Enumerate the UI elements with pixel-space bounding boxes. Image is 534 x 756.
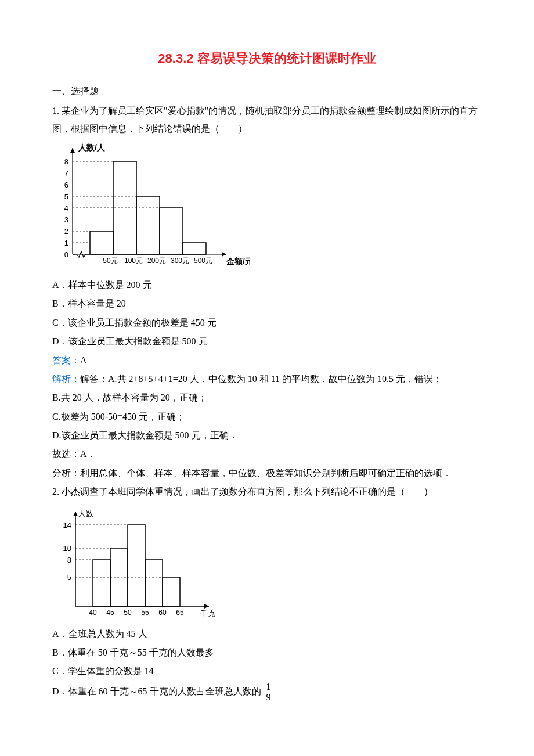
- svg-marker-3: [70, 148, 75, 153]
- q2-option-b: B．体重在 50 千克～55 千克的人数最多: [52, 644, 482, 661]
- analysis-text-1: 解答：A.共 2+8+5+4+1=20 人，中位数为 10 和 11 的平均数，…: [80, 374, 442, 384]
- xcat-1: 50元: [103, 257, 117, 265]
- section-heading: 一、选择题: [52, 82, 482, 100]
- svg-rect-25: [145, 560, 163, 606]
- q1-analysis-4: D.该企业员工最大捐款金额是 500 元，正确．: [52, 427, 482, 444]
- ytick-8: 8: [64, 157, 68, 166]
- q1-analysis-3: C.极差为 500-50=450 元，正确；: [52, 408, 482, 426]
- xcat-45: 45: [106, 609, 114, 617]
- y-axis-label: 人数/人: [78, 143, 106, 152]
- ytick-14: 14: [63, 521, 71, 530]
- fraction-denominator: 9: [265, 692, 273, 703]
- svg-rect-12: [160, 208, 183, 254]
- q2-stem: 2. 小杰调查了本班同学体重情况，画出了频数分布直方图，那么下列结论不正确的是（…: [52, 483, 482, 501]
- q2-option-d-text: D．体重在 60 千克～65 千克的人数占全班总人数的: [52, 686, 261, 696]
- q2-option-a: A．全班总人数为 45 人: [52, 625, 482, 643]
- y-axis-label-2: 人数: [78, 509, 93, 518]
- q1-option-d: D．该企业员工最大捐款金额是 500 元: [52, 333, 482, 350]
- xcat-5: 500元: [194, 257, 212, 265]
- q2-option-d: D．体重在 60 千克～65 千克的人数占全班总人数的 1 9: [52, 682, 482, 703]
- svg-rect-9: [90, 231, 113, 254]
- q1-analysis-1: 解析：解答：A.共 2+8+5+4+1=20 人，中位数为 10 和 11 的平…: [52, 370, 482, 388]
- ytick-8: 8: [67, 556, 71, 564]
- fraction-numerator: 1: [265, 682, 273, 693]
- ytick-3: 3: [64, 215, 68, 224]
- ytick-2: 2: [64, 227, 68, 236]
- ytick-6: 6: [64, 181, 68, 189]
- q1-option-b: B．样本容量是 20: [52, 295, 482, 312]
- q2-chart: 14 10 8 5 40 45 50 55 60 65 人数 千克: [52, 505, 226, 621]
- q1-analysis-2: B.共 20 人，故样本容量为 20，正确；: [52, 389, 482, 406]
- svg-rect-11: [136, 196, 160, 254]
- ytick-0: 0: [64, 250, 68, 259]
- answer-label: 答案：: [52, 355, 80, 365]
- x-axis-label: 金额/元: [226, 257, 250, 266]
- fraction-one-ninth: 1 9: [265, 682, 273, 703]
- q1-option-c: C．该企业员工捐款金额的极差是 450 元: [52, 314, 482, 332]
- q2-option-c: C．学生体重的众数是 14: [52, 663, 482, 680]
- q1-analysis-5: 故选：A．: [52, 445, 482, 463]
- svg-rect-26: [163, 577, 180, 606]
- ytick-5: 5: [67, 573, 71, 582]
- xcat-3: 200元: [147, 257, 166, 265]
- svg-marker-1: [222, 252, 226, 257]
- svg-rect-24: [128, 525, 145, 606]
- svg-marker-15: [204, 604, 209, 609]
- answer-value: A: [80, 355, 87, 365]
- ytick-4: 4: [64, 204, 68, 213]
- svg-rect-22: [93, 560, 110, 606]
- xcat-4: 300元: [171, 257, 189, 265]
- ytick-7: 7: [64, 169, 68, 178]
- ytick-1: 1: [64, 239, 68, 247]
- svg-marker-17: [73, 512, 78, 516]
- q1-option-a: A．样本中位数是 200 元: [52, 276, 482, 294]
- xcat-2: 100元: [124, 257, 143, 265]
- page-title: 28.3.2 容易误导决策的统计图课时作业: [52, 46, 482, 71]
- svg-rect-13: [183, 243, 206, 254]
- q1-stem: 1. 某企业为了解员工给灾区"爱心捐款"的情况，随机抽取部分员工的捐款金额整理绘…: [52, 102, 482, 138]
- q1-chart: 0 1 2 3 4 5 6 7 8 50元 100元 200元 300元 500…: [52, 141, 250, 272]
- ytick-5: 5: [64, 192, 68, 201]
- xcat-50: 50: [124, 609, 132, 617]
- xcat-65: 65: [176, 609, 184, 617]
- q1-analysis-6: 分析：利用总体、个体、样本、样本容量，中位数、极差等知识分别判断后即可确定正确的…: [52, 465, 482, 482]
- analysis-label: 解析：: [52, 374, 80, 384]
- xcat-60: 60: [158, 609, 167, 617]
- ytick-10: 10: [63, 544, 71, 553]
- xcat-40: 40: [89, 609, 97, 617]
- q1-answer: 答案：A: [52, 352, 482, 369]
- xcat-55: 55: [141, 609, 149, 617]
- x-axis-label-2: 千克: [200, 609, 215, 618]
